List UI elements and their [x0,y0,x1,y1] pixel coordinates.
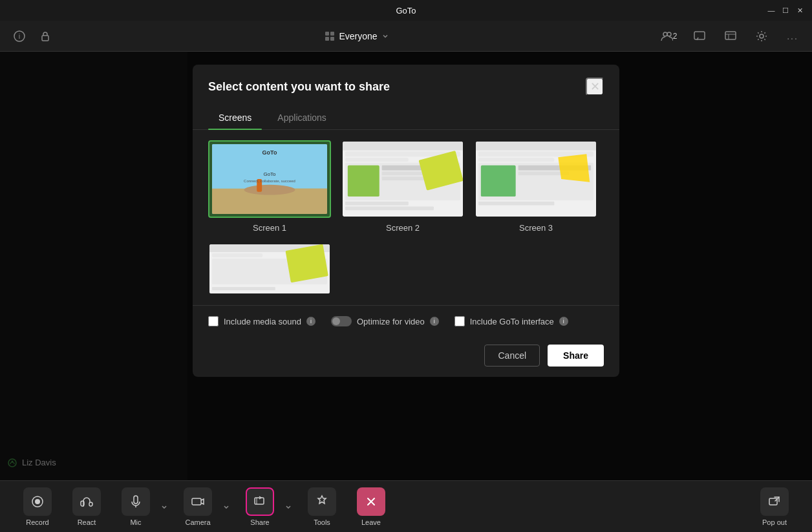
share-group: Share [238,482,295,531]
close-window-button[interactable]: ✕ [795,6,804,15]
tools-toolbar-item[interactable]: Tools [300,482,344,531]
svg-rect-37 [481,165,516,197]
svg-text:GoTo: GoTo [264,171,277,177]
include-media-sound-label: Include media sound [224,317,301,326]
modal-options: Include media sound i Optimize for video… [193,305,619,337]
cancel-button[interactable]: Cancel [484,345,540,367]
more-options-button[interactable]: ... [784,27,802,45]
everyone-selector[interactable]: Everyone [325,31,389,41]
camera-group: Camera [176,482,233,531]
svg-rect-4 [330,32,334,36]
svg-rect-3 [325,32,329,36]
share-chevron[interactable] [282,493,295,521]
optimize-video-info-icon[interactable]: i [430,317,439,326]
include-goto-option[interactable]: Include GoTo interface i [454,316,568,326]
camera-label: Camera [185,518,210,526]
mic-label: Mic [130,518,141,526]
modal-overlay: Select content you want to share ✕ Scree… [0,52,812,480]
include-goto-label: Include GoTo interface [470,317,554,326]
tab-applications[interactable]: Applications [267,106,337,129]
camera-toolbar-item[interactable]: Camera [176,482,220,531]
mic-chevron[interactable] [158,493,171,521]
modal-body[interactable]: GoTo GoTo Connect, collaborate, succee [193,130,619,305]
settings-button[interactable] [753,27,771,45]
svg-rect-46 [285,244,328,282]
screen-thumb-3[interactable] [475,140,597,218]
screen-thumb-inner-3 [476,142,596,217]
meeting-button[interactable] [721,27,740,45]
camera-chevron[interactable] [220,493,233,521]
chat-button[interactable] [690,27,709,45]
screen1-logo: GoTo [262,149,277,156]
popout-toolbar-item[interactable]: Pop out [753,482,796,531]
tools-label: Tools [314,518,330,526]
include-goto-checkbox[interactable] [454,316,465,326]
modal-close-button[interactable]: ✕ [586,78,604,96]
screen-label-2: Screen 2 [386,223,420,233]
svg-rect-9 [694,32,705,39]
svg-rect-2 [42,36,48,41]
share-toolbar-item[interactable]: Share [238,482,282,531]
svg-rect-23 [345,158,409,162]
modal-actions: Cancel Share [193,337,619,377]
minimize-button[interactable]: — [767,6,776,15]
participants-count: 2 [673,32,678,41]
popout-label: Pop out [762,518,787,526]
screen-item-2[interactable]: Screen 2 [341,140,464,233]
react-icon [72,487,101,516]
screens-grid: GoTo GoTo Connect, collaborate, succee [208,140,604,295]
modal-title: Select content you want to share [208,80,390,94]
screen-label-3: Screen 3 [519,223,553,233]
svg-rect-29 [345,202,409,206]
share-button[interactable]: Share [548,345,604,367]
screen-item-4[interactable] [208,243,331,295]
mic-group: Mic [114,482,171,531]
svg-point-11 [760,34,764,38]
mic-toolbar-item[interactable]: Mic [114,482,158,531]
lock-icon-button[interactable] [36,27,54,45]
screen-item-1[interactable]: GoTo GoTo Connect, collaborate, succee [208,140,331,233]
leave-toolbar-item[interactable]: Leave [349,482,393,531]
bottom-toolbar: Record React [0,480,812,532]
camera-icon [184,487,212,516]
mic-icon [122,487,150,516]
media-sound-info-icon[interactable]: i [306,317,315,326]
svg-rect-30 [345,207,434,211]
svg-rect-50 [81,501,84,506]
include-media-sound-checkbox[interactable] [208,316,219,326]
modal-tabs: Screens Applications [193,106,619,130]
react-label: React [78,518,96,526]
screen-thumb-2[interactable] [341,140,464,218]
svg-point-8 [667,32,671,36]
svg-text:i: i [19,32,20,40]
maximize-button[interactable]: ☐ [781,6,790,15]
info-icon-button[interactable]: i [10,27,28,45]
svg-rect-52 [134,496,138,504]
share-label: Share [250,518,269,526]
svg-text:Connect, collaborate, succeed: Connect, collaborate, succeed [244,179,295,183]
react-toolbar-item[interactable]: React [65,482,109,531]
record-icon [23,487,52,516]
tab-screens[interactable]: Screens [208,106,262,129]
screen-thumb-4[interactable] [208,243,331,295]
goto-info-icon[interactable]: i [559,317,568,326]
svg-rect-40 [478,202,554,206]
svg-rect-25 [348,165,379,197]
window-controls: — ☐ ✕ [767,6,804,15]
include-media-sound-option[interactable]: Include media sound i [208,316,315,326]
optimize-video-toggle[interactable] [331,316,352,326]
record-toolbar-item[interactable]: Record [16,482,59,531]
top-bar-left: i [10,27,54,45]
svg-rect-10 [725,32,736,39]
more-dots: ... [787,31,798,41]
screen-thumb-inner-1: GoTo GoTo Connect, collaborate, succee [212,144,327,214]
svg-rect-21 [343,142,463,151]
leave-label: Leave [361,518,381,526]
svg-rect-47 [212,287,275,290]
screen-item-3[interactable]: Screen 3 [475,140,597,233]
screen-thumb-1[interactable]: GoTo GoTo Connect, collaborate, succee [208,140,331,218]
svg-point-49 [35,499,40,504]
svg-marker-41 [558,154,590,182]
participants-button[interactable]: 2 [659,27,678,45]
optimize-video-option: Optimize for video i [331,316,439,326]
